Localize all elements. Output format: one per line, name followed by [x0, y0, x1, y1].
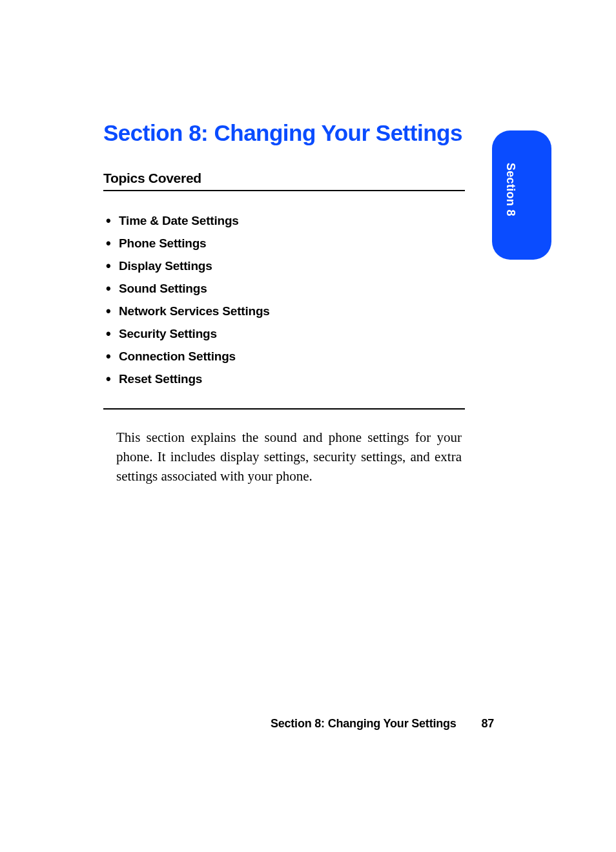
list-item: Display Settings	[103, 255, 471, 277]
list-item: Time & Date Settings	[103, 209, 471, 232]
list-item: Network Services Settings	[103, 300, 471, 322]
footer-title: Section 8: Changing Your Settings	[271, 717, 457, 730]
page-footer: Section 8: Changing Your Settings 87	[0, 717, 616, 731]
topics-list: Time & Date Settings Phone Settings Disp…	[103, 209, 471, 390]
section-tab: Section 8	[492, 130, 551, 260]
body-text: This section explains the sound and phon…	[116, 428, 462, 486]
divider-top	[103, 190, 465, 191]
list-item: Security Settings	[103, 322, 471, 345]
section-tab-label: Section 8	[504, 163, 517, 216]
divider-bottom	[103, 408, 465, 410]
footer-page-number: 87	[481, 717, 494, 730]
list-item: Phone Settings	[103, 232, 471, 255]
list-item: Reset Settings	[103, 368, 471, 390]
section-title: Section 8: Changing Your Settings	[103, 120, 471, 146]
page-content: Section 8: Changing Your Settings Topics…	[103, 120, 471, 486]
list-item: Sound Settings	[103, 277, 471, 300]
topics-block: Topics Covered Time & Date Settings Phon…	[103, 171, 471, 410]
topics-heading: Topics Covered	[103, 171, 471, 186]
list-item: Connection Settings	[103, 345, 471, 368]
